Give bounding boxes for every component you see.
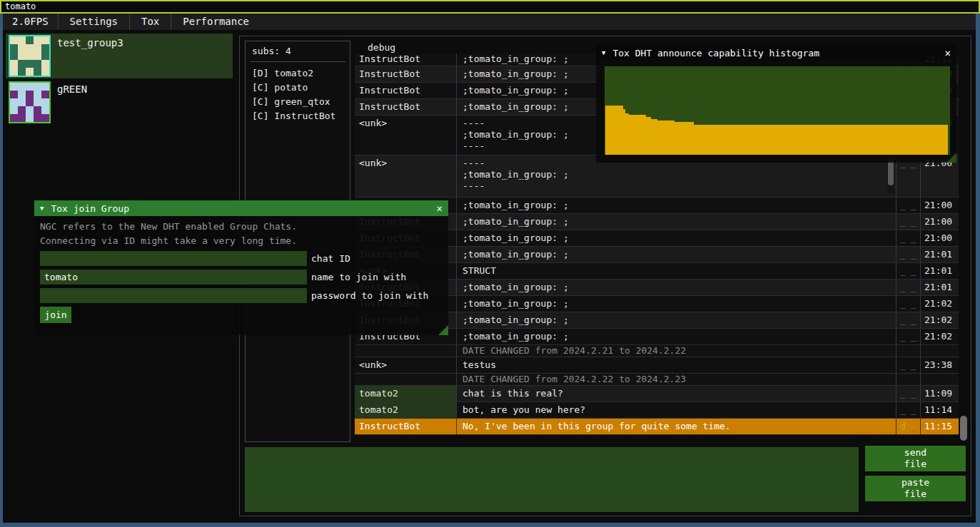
avatar-pixel: [41, 106, 49, 114]
message-cell: No, I've been in this group for quite so…: [457, 419, 896, 434]
chat-scrollbar-thumb[interactable]: [960, 416, 967, 441]
avatar-pixel: [41, 44, 49, 52]
subs-member[interactable]: [C] green_qtox: [246, 95, 350, 109]
delivery-state-mark: _: [900, 263, 906, 279]
group-list-item[interactable]: gREEN: [6, 80, 233, 125]
join-field-input-3[interactable]: [40, 288, 307, 303]
state-cell: __: [896, 329, 921, 344]
delivery-state-mark: _: [911, 280, 916, 295]
message-cell: ;tomato_in_group: ;: [457, 296, 896, 312]
message-cell: ;tomato_in_group: ;: [457, 230, 896, 246]
avatar-pixel: [41, 36, 49, 44]
chat-scrollbar[interactable]: [960, 53, 967, 442]
delivery-state-mark: d: [900, 419, 906, 434]
date-change-text: DATE CHANGED from 2024.2.21 to 2024.2.22: [463, 345, 686, 356]
avatar-pixel: [26, 36, 34, 44]
delivery-state-mark: _: [900, 198, 906, 213]
message-cell: STRUCT: [457, 263, 896, 279]
delivery-state-mark: _: [911, 230, 916, 246]
avatar-pixel: [34, 106, 41, 114]
message-cell: DATE CHANGED from 2024.2.21 to 2024.2.22: [457, 345, 896, 357]
histogram-bin: [629, 115, 646, 155]
join-group-body: NGC refers to the New DHT enabled Group …: [34, 216, 448, 335]
subs-member[interactable]: [C] InstructBot: [246, 109, 350, 123]
state-cell: __: [896, 280, 921, 295]
join-field-input-2[interactable]: [40, 270, 307, 285]
state-cell: __: [896, 263, 921, 279]
avatar-pixel: [18, 36, 26, 44]
avatar-pixel: [26, 83, 34, 91]
close-icon[interactable]: ✕: [945, 47, 951, 58]
avatar-pixel: [34, 36, 41, 44]
message-row[interactable]: InstructBotNo, I've been in this group f…: [355, 419, 959, 435]
avatar-pixel: [41, 68, 49, 76]
paste-file-button[interactable]: paste file: [865, 476, 966, 501]
delivery-state-mark: _: [900, 329, 906, 344]
avatar-pixel: [10, 83, 18, 91]
delivery-state-mark: _: [900, 296, 906, 312]
group-list: test_group3gREEN: [6, 34, 233, 126]
dht-histogram-titlebar[interactable]: ▼ Tox DHT announce capability histogram …: [596, 45, 956, 61]
message-row[interactable]: tomato2bot, are you new here?__11:14: [355, 402, 959, 419]
close-icon[interactable]: ✕: [437, 203, 443, 214]
sender-name-cell: InstructBot: [355, 66, 457, 82]
delivery-state-mark: _: [900, 357, 906, 373]
histogram-bin: [651, 119, 657, 155]
window-titlebar[interactable]: tomato: [0, 0, 980, 14]
avatar-pixel: [10, 44, 18, 52]
time-cell: 21:01: [921, 263, 959, 279]
date-change-row: DATE CHANGED from 2024.2.22 to 2024.2.23: [355, 374, 959, 386]
delivery-state-mark: _: [911, 312, 916, 328]
group-avatar: [9, 35, 51, 77]
avatar-pixel: [34, 60, 41, 68]
delivery-state-mark: _: [911, 263, 916, 279]
avatar-pixel: [26, 98, 34, 106]
avatar-pixel: [18, 52, 26, 60]
avatar-pixel: [18, 60, 26, 68]
avatar-pixel: [34, 68, 41, 76]
subs-member[interactable]: [C] potato: [246, 81, 350, 95]
join-button[interactable]: join: [40, 307, 71, 323]
avatar-pixel: [18, 98, 26, 106]
histogram-bin: [657, 121, 675, 155]
join-group-titlebar[interactable]: ▼ Tox join Group ✕: [34, 200, 448, 216]
avatar-pixel: [18, 91, 26, 98]
collapse-icon[interactable]: ▼: [40, 205, 44, 212]
resize-grip-icon[interactable]: [946, 153, 956, 163]
avatar-pixel: [18, 114, 26, 122]
avatar-pixel: [10, 60, 18, 68]
group-list-item[interactable]: test_group3: [6, 34, 233, 78]
join-field-input-1[interactable]: [40, 251, 307, 266]
time-cell: 21:01: [921, 280, 959, 295]
subs-member[interactable]: [D] tomato2: [246, 66, 350, 81]
resize-grip-icon[interactable]: [438, 325, 448, 335]
menu-item-tox[interactable]: Tox: [130, 14, 171, 30]
group-name-label: test_group3: [57, 37, 123, 48]
message-cell: ;tomato_in_group: ;: [457, 280, 896, 295]
time-cell: 11:09: [921, 386, 959, 401]
message-cell: DATE CHANGED from 2024.2.22 to 2024.2.23: [457, 374, 896, 385]
sender-name-cell: InstructBot: [355, 419, 457, 434]
avatar-pixel: [26, 106, 34, 114]
sender-name-cell: <unk>: [355, 116, 457, 155]
avatar-pixel: [10, 98, 18, 106]
join-field-label-1: chat ID: [311, 251, 350, 266]
message-row[interactable]: tomato2chat is this real?__11:09: [355, 386, 959, 402]
histogram-bin: [675, 122, 694, 155]
time-cell: 21:02: [921, 296, 959, 312]
avatar-pixel: [10, 91, 18, 98]
avatar-pixel: [41, 114, 49, 122]
menu-item-settings[interactable]: Settings: [59, 14, 129, 30]
delivery-state-mark: _: [900, 402, 906, 418]
message-row[interactable]: <unk>testus__23:38: [355, 357, 959, 374]
menu-item-performance[interactable]: Performance: [171, 14, 261, 30]
message-line: ----: [463, 180, 896, 192]
send-file-button[interactable]: send file: [865, 446, 966, 471]
avatar-pixel: [26, 52, 34, 60]
collapse-icon[interactable]: ▼: [602, 49, 605, 56]
dht-histogram-title: Tox DHT announce capability histogram: [612, 48, 819, 58]
subs-separator: [250, 61, 345, 62]
tab-debug[interactable]: debug: [368, 42, 395, 53]
state-cell: __: [896, 230, 921, 246]
message-input[interactable]: [245, 447, 859, 512]
